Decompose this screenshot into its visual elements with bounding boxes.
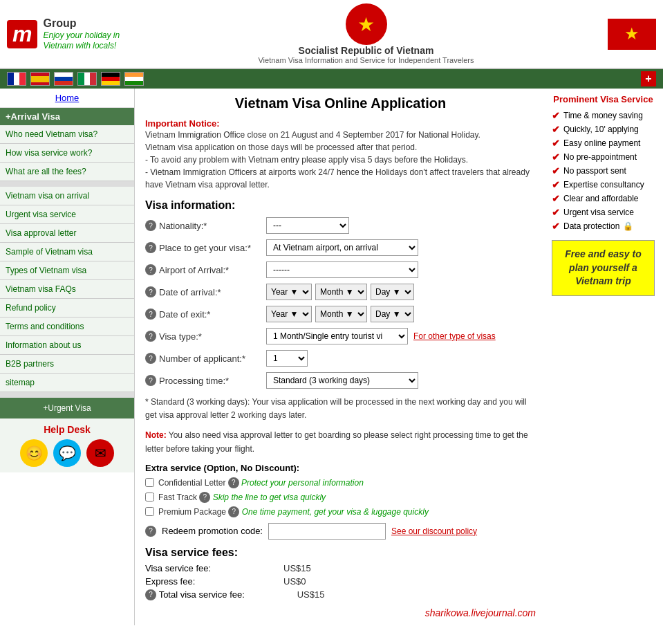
home-link[interactable]: Home [55, 93, 80, 103]
help-icons: 😊 💬 ✉ [6, 439, 129, 467]
sidebar-item-sample[interactable]: Sample of Vietnam visa [0, 243, 134, 261]
exit-date-label: ? Date of exit:* [145, 309, 266, 320]
prominent-title: Prominent Visa Service [552, 94, 655, 104]
sidebar-section-arrival[interactable]: +Arrival Visa [0, 108, 134, 125]
promo-code-input[interactable] [268, 523, 386, 540]
skype-icon[interactable]: 💬 [53, 439, 81, 467]
fee-row-service: Visa service fee: US$15 [145, 563, 536, 573]
fee-row-total: ? Total visa service fee: US$15 [145, 589, 536, 600]
applicant-label: ? Number of applicant:* [145, 353, 266, 364]
sidebar-item-types[interactable]: Types of Vietnam visa [0, 261, 134, 280]
fast-track-help-icon[interactable]: ? [199, 492, 210, 503]
sidebar-item-terms[interactable]: Terms and conditions [0, 318, 134, 336]
exit-date-help-icon[interactable]: ? [145, 309, 156, 320]
language-bar: + [0, 69, 663, 89]
add-language-button[interactable]: + [641, 71, 656, 86]
sidebar-item-sitemap[interactable]: sitemap [0, 374, 134, 392]
sidebar-item-how-work[interactable]: How visa service work? [0, 144, 134, 163]
airport-row: ? Airport of Arrival:* ------ [145, 261, 536, 278]
sidebar-item-fees[interactable]: What are all the fees? [0, 163, 134, 181]
arrival-day-select[interactable]: Day ▼ [371, 284, 414, 300]
help-desk-title: Help Desk [6, 424, 129, 435]
premium-checkbox[interactable] [145, 507, 154, 516]
processing-row: ? Processing time:* Standard (3 working … [145, 372, 536, 389]
sidebar-item-about[interactable]: Information about us [0, 336, 134, 355]
email-icon[interactable]: ✉ [86, 439, 114, 467]
arrival-month-select[interactable]: Month ▼ [315, 284, 367, 300]
sidebar-item-approval[interactable]: Visa approval letter [0, 224, 134, 243]
confidential-help-icon[interactable]: ? [228, 477, 239, 488]
applicant-help-icon[interactable]: ? [145, 353, 156, 364]
sidebar-item-urgent[interactable]: Urgent visa service [0, 205, 134, 224]
check-icon-5: ✔ [552, 165, 560, 176]
flag-india[interactable] [124, 72, 144, 86]
visa-type-help-icon[interactable]: ? [145, 331, 156, 342]
fast-track-label: Fast Track ? Skip the line to get visa q… [158, 492, 326, 503]
premium-help-icon[interactable]: ? [228, 506, 239, 517]
confidential-checkbox[interactable] [145, 478, 154, 487]
header: m Group Enjoy your holiday in Vietnam wi… [0, 0, 663, 69]
promo-box-text: Free and easy to plan yourself a Vietnam… [558, 248, 648, 288]
promo-row: ? Redeem promotion code: See our discoun… [145, 523, 536, 540]
vietnam-emblem: ★ [346, 3, 387, 45]
premium-row: Premium Package ? One time payment, get … [145, 506, 536, 517]
flag-germany[interactable] [101, 72, 120, 86]
feature-no-passport: ✔ No passport sent [552, 165, 655, 176]
vietnam-flag: ★ [608, 19, 656, 50]
arrival-date-help-icon[interactable]: ? [145, 286, 156, 297]
logo-area: m Group Enjoy your holiday in Vietnam wi… [7, 17, 145, 50]
home-link-container: Home [0, 89, 135, 108]
sidebar-item-on-arrival[interactable]: Vietnam visa on arrival [0, 187, 134, 205]
flag-italy[interactable] [77, 72, 97, 86]
check-icon-2: ✔ [552, 124, 560, 135]
other-visa-link[interactable]: For other type of visas [413, 331, 496, 341]
check-icon-3: ✔ [552, 138, 560, 149]
sidebar-item-who-need[interactable]: Who need Vietnam visa? [0, 125, 134, 144]
place-select[interactable]: At Vietnam airport, on arrival [266, 239, 418, 256]
flag-russia[interactable] [54, 72, 73, 86]
total-help-icon[interactable]: ? [145, 589, 156, 600]
sidebar-item-refund[interactable]: Refund policy [0, 299, 134, 318]
arrival-date-label: ? Date of arrival:* [145, 286, 266, 297]
airport-select[interactable]: ------ [266, 261, 418, 278]
exit-year-select[interactable]: Year ▼ [266, 306, 312, 322]
exit-date-group: Year ▼ Month ▼ Day ▼ [266, 306, 414, 322]
exit-month-select[interactable]: Month ▼ [315, 306, 367, 322]
airport-help-icon[interactable]: ? [145, 264, 156, 275]
nationality-help-icon[interactable]: ? [145, 220, 156, 231]
fee-express-label: Express fee: [145, 576, 283, 587]
help-desk: Help Desk 😊 💬 ✉ [0, 418, 134, 472]
exit-day-select[interactable]: Day ▼ [371, 306, 414, 322]
right-sidebar: Prominent Visa Service ✔ Time & money sa… [546, 89, 660, 625]
place-help-icon[interactable]: ? [145, 242, 156, 253]
fee-total-label: Total visa service fee: [159, 589, 297, 600]
premium-label: Premium Package ? One time payment, get … [158, 506, 429, 517]
boarding-note: Note: You also need visa approval letter… [145, 429, 536, 455]
yahoo-icon[interactable]: 😊 [20, 439, 48, 467]
fast-track-checkbox[interactable] [145, 493, 154, 502]
nationality-select[interactable]: --- [266, 217, 349, 234]
sidebar-item-b2b[interactable]: B2B partners [0, 355, 134, 374]
sidebar-item-faqs[interactable]: Vietnam visa FAQs [0, 280, 134, 299]
feature-affordable: ✔ Clear and affordable [552, 193, 655, 204]
sidebar-divider-1 [0, 181, 134, 187]
promo-help-icon[interactable]: ? [145, 526, 156, 537]
arrival-year-select[interactable]: Year ▼ [266, 284, 312, 300]
main-content: Vietnam Visa Online Application Importan… [135, 89, 546, 625]
fee-row-express: Express fee: US$0 [145, 576, 536, 587]
processing-help-icon[interactable]: ? [145, 375, 156, 386]
flag-france[interactable] [7, 72, 26, 86]
processing-select[interactable]: Standard (3 working days) [266, 372, 418, 389]
place-row: ? Place to get your visa:* At Vietnam ai… [145, 239, 536, 256]
visa-type-group: 1 Month/Single entry tourist vi For othe… [266, 328, 496, 344]
feature-data-protection: ✔ Data protection 🔒 [552, 221, 655, 232]
applicant-select[interactable]: 1 [266, 350, 308, 367]
feature-no-appointment: ✔ No pre-appointment [552, 151, 655, 163]
urgent-visa-button[interactable]: +Urgent Visa [0, 398, 134, 418]
visa-type-select[interactable]: 1 Month/Single entry tourist vi [266, 328, 408, 344]
fee-express-value: US$0 [283, 576, 306, 587]
country-sub: Vietnam Visa Information and Service for… [145, 56, 587, 64]
flag-spain[interactable] [30, 72, 50, 86]
discount-policy-link[interactable]: See our discount policy [391, 526, 477, 536]
sidebar: Home +Arrival Visa Who need Vietnam visa… [0, 89, 135, 625]
